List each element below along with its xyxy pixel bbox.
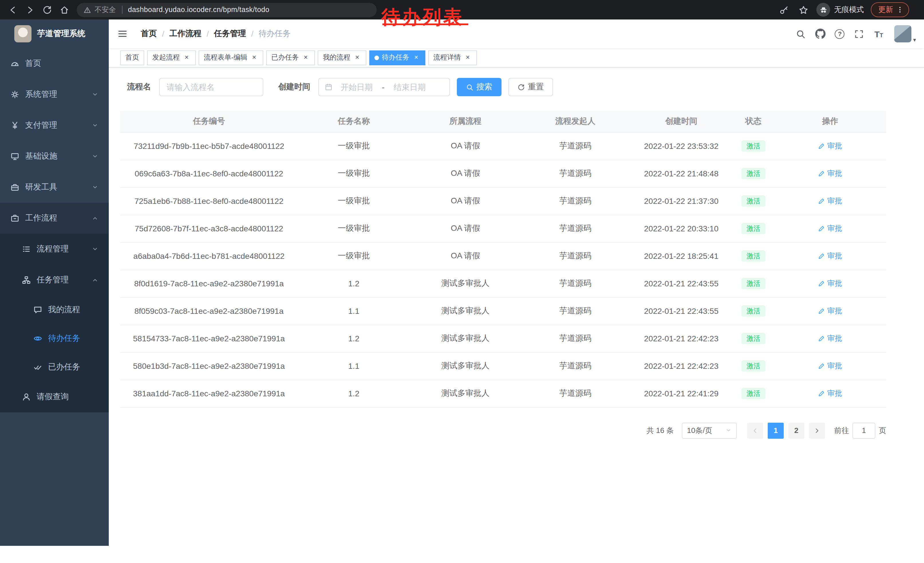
monitor-icon xyxy=(10,152,20,161)
sidebar-collapse-button[interactable] xyxy=(109,20,136,48)
column-header: 所属流程 xyxy=(410,111,521,132)
home-icon xyxy=(59,5,69,15)
table-row: 381aa1dd-7ac8-11ec-a9e2-a2380e71991a1.2测… xyxy=(120,380,886,407)
chevron-down-icon xyxy=(92,184,99,191)
header-search-button[interactable] xyxy=(792,20,810,48)
refresh-icon xyxy=(518,83,525,91)
create-time-cell: 2022-01-22 20:33:10 xyxy=(630,215,733,242)
security-label[interactable]: 不安全 xyxy=(94,5,116,15)
process-name-input[interactable] xyxy=(159,78,263,96)
sidebar-item-leave-query[interactable]: 请假查询 xyxy=(0,381,109,412)
update-button[interactable]: 更新 xyxy=(871,2,909,17)
forward-button[interactable] xyxy=(22,2,38,18)
create-time-cell: 2022-01-21 22:42:23 xyxy=(630,325,733,352)
font-size-button[interactable]: TT xyxy=(870,20,887,48)
sidebar-item-done-task[interactable]: 已办任务 xyxy=(0,353,109,381)
sidebar-item-label: 待办任务 xyxy=(48,333,109,344)
yen-icon xyxy=(10,121,20,130)
edit-icon xyxy=(818,363,825,369)
sidebar-item-process-mgmt[interactable]: 流程管理 xyxy=(0,234,109,264)
tab-2[interactable]: 流程表单-编辑× xyxy=(199,50,263,65)
logo[interactable]: 芋道管理系统 xyxy=(0,20,109,48)
action-cell: 审批 xyxy=(774,215,886,242)
approve-button[interactable]: 审批 xyxy=(818,141,842,151)
tab-0[interactable]: 首页 xyxy=(120,50,144,65)
tab-5[interactable]: 待办任务× xyxy=(369,50,425,65)
approve-button[interactable]: 审批 xyxy=(818,168,842,179)
url-text[interactable]: dashboard.yudao.iocoder.cn/bpm/task/todo xyxy=(128,6,269,14)
column-header: 操作 xyxy=(774,111,886,132)
prev-page-button[interactable] xyxy=(747,422,763,438)
tab-4[interactable]: 我的流程× xyxy=(318,50,366,65)
breadcrumb-task-management[interactable]: 任务管理 xyxy=(214,29,246,39)
sidebar-item-label: 流程管理 xyxy=(37,244,92,254)
breadcrumb-home[interactable]: 首页 xyxy=(141,29,157,39)
approve-button[interactable]: 审批 xyxy=(818,333,842,344)
sidebar-item-infra[interactable]: 基础设施 xyxy=(0,141,109,172)
github-button[interactable] xyxy=(812,20,829,48)
next-page-button[interactable] xyxy=(809,422,825,438)
sidebar-item-devtools[interactable]: 研发工具 xyxy=(0,172,109,203)
process-cell: OA 请假 xyxy=(410,242,521,270)
forward-icon xyxy=(25,5,34,15)
address-bar[interactable]: 不安全 dashboard.yudao.iocoder.cn/bpm/task/… xyxy=(77,3,377,17)
breadcrumb-separator: / xyxy=(251,29,254,38)
task-name-cell: 1.1 xyxy=(298,352,410,380)
browser-actions: 无痕模式 更新 xyxy=(777,2,920,17)
task-name-cell: 一级审批 xyxy=(298,242,410,270)
sidebar-item-task-mgmt[interactable]: 任务管理 xyxy=(0,264,109,296)
breadcrumb-workflow[interactable]: 工作流程 xyxy=(170,29,201,39)
page-button-1[interactable]: 1 xyxy=(768,422,784,438)
logo-avatar-image xyxy=(14,25,32,42)
status-cell: 激活 xyxy=(733,160,774,187)
sidebar-item-system[interactable]: 系统管理 xyxy=(0,79,109,110)
approve-button[interactable]: 审批 xyxy=(818,251,842,261)
key-button[interactable] xyxy=(777,3,790,16)
reset-button[interactable]: 重置 xyxy=(508,78,553,96)
home-button[interactable] xyxy=(56,2,72,18)
sidebar-item-home[interactable]: 首页 xyxy=(0,48,109,79)
close-icon[interactable]: × xyxy=(302,54,310,62)
sidebar-item-my-process[interactable]: 我的流程 xyxy=(0,296,109,324)
tab-3[interactable]: 已办任务× xyxy=(266,50,315,65)
process-cell: 测试多审批人 xyxy=(410,297,521,325)
close-icon[interactable]: × xyxy=(464,54,472,62)
close-icon[interactable]: × xyxy=(250,54,258,62)
page-button-2[interactable]: 2 xyxy=(788,422,804,438)
process-cell: 测试多审批人 xyxy=(410,352,521,380)
approve-button[interactable]: 审批 xyxy=(818,196,842,206)
approve-button[interactable]: 审批 xyxy=(818,388,842,399)
close-icon[interactable]: × xyxy=(412,54,420,62)
page-size-select[interactable]: 10条/页 xyxy=(682,422,737,438)
task-id-cell: 725a1eb6-7b88-11ec-8ef0-acde48001122 xyxy=(120,187,298,215)
docs-button[interactable]: ? xyxy=(831,20,848,48)
approve-button[interactable]: 审批 xyxy=(818,361,842,371)
approve-button[interactable]: 审批 xyxy=(818,224,842,234)
sidebar: 芋道管理系统 首页系统管理支付管理基础设施研发工具工作流程流程管理任务管理我的流… xyxy=(0,20,109,546)
approve-button[interactable]: 审批 xyxy=(818,306,842,316)
user-menu[interactable]: ▾ xyxy=(894,25,916,42)
chevron-down-icon xyxy=(725,427,732,434)
close-icon[interactable]: × xyxy=(353,54,361,62)
menu-dots-icon[interactable] xyxy=(896,6,904,14)
sidebar-item-todo-task[interactable]: 待办任务 xyxy=(0,324,109,353)
page-unit-label: 页 xyxy=(879,425,886,435)
tab-6[interactable]: 流程详情× xyxy=(428,50,477,65)
goto-page-input[interactable] xyxy=(852,422,875,438)
sidebar-item-workflow[interactable]: 工作流程 xyxy=(0,203,109,234)
date-range-picker[interactable]: - xyxy=(318,78,450,96)
tab-1[interactable]: 发起流程× xyxy=(147,50,196,65)
approve-button[interactable]: 审批 xyxy=(818,278,842,289)
search-button[interactable]: 搜索 xyxy=(457,78,501,96)
user-avatar[interactable] xyxy=(894,25,911,42)
reload-button[interactable] xyxy=(39,2,55,18)
start-date-input[interactable] xyxy=(335,83,378,92)
search-icon xyxy=(796,29,806,39)
fullscreen-button[interactable] xyxy=(851,20,868,48)
close-icon[interactable]: × xyxy=(183,54,190,62)
end-date-input[interactable] xyxy=(388,83,431,92)
sidebar-item-payment[interactable]: 支付管理 xyxy=(0,110,109,141)
bookmark-button[interactable] xyxy=(797,3,810,16)
back-button[interactable] xyxy=(4,2,21,18)
approve-button-label: 审批 xyxy=(827,224,842,234)
